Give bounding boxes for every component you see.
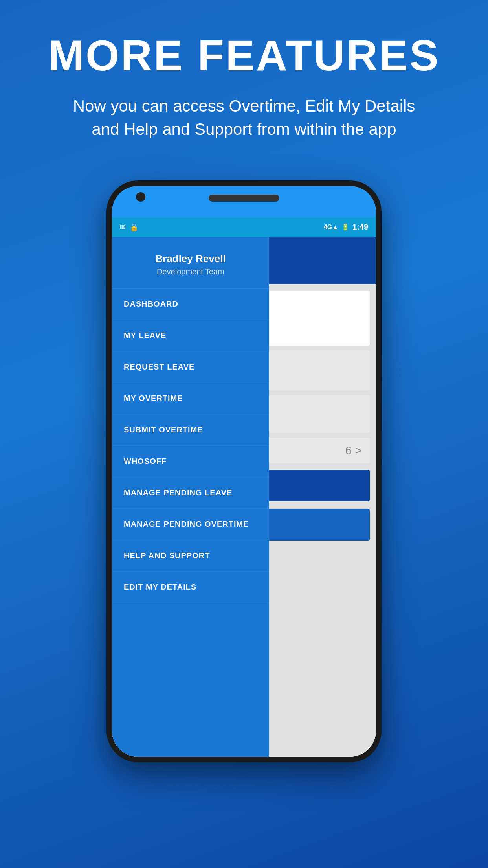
signal-icon: 4G▲ (324, 224, 338, 231)
header-section: MORE FEATURES Now you can access Overtim… (0, 0, 488, 165)
menu-item-submit-overtime[interactable]: SUBMIT OVERTIME (112, 414, 269, 446)
status-bar: ✉ 🔒 4G▲ 🔋 1:49 (112, 217, 376, 237)
menu-item-manage-pending-leave[interactable]: MANAGE PENDING LEAVE (112, 477, 269, 509)
phone-speaker (209, 195, 279, 202)
chevron-value: 6 > (345, 444, 362, 457)
main-title: MORE FEATURES (31, 31, 457, 79)
menu-item-edit-my-details[interactable]: EDIT MY DETAILS (112, 572, 269, 603)
menu-items-list: DASHBOARD MY LEAVE REQUEST LEAVE MY OVER… (112, 289, 269, 757)
user-profile: Bradley Revell Development Team (112, 237, 269, 289)
phone-container: ✉ 🔒 4G▲ 🔋 1:49 Bradley Revell Developmen… (75, 180, 413, 770)
phone-inner: ✉ 🔒 4G▲ 🔋 1:49 Bradley Revell Developmen… (112, 186, 376, 757)
phone-camera (136, 192, 145, 202)
side-menu: Bradley Revell Development Team DASHBOAR… (112, 237, 269, 757)
menu-item-my-leave[interactable]: MY LEAVE (112, 320, 269, 351)
menu-item-whosoff[interactable]: WHOSOFF (112, 446, 269, 477)
menu-item-manage-pending-overtime[interactable]: MANAGE PENDING OVERTIME (112, 509, 269, 540)
status-right: 4G▲ 🔋 1:49 (324, 223, 368, 232)
menu-item-request-leave[interactable]: REQUEST LEAVE (112, 351, 269, 383)
screen: ✉ 🔒 4G▲ 🔋 1:49 Bradley Revell Developmen… (112, 217, 376, 757)
time-display: 1:49 (352, 223, 368, 232)
user-name: Bradley Revell (124, 253, 257, 265)
subtitle: Now you can access Overtime, Edit My Det… (67, 95, 421, 141)
lock-icon: 🔒 (130, 223, 138, 232)
battery-icon: 🔋 (341, 223, 349, 231)
menu-item-help-and-support[interactable]: HELP AND SUPPORT (112, 540, 269, 572)
mail-icon: ✉ (120, 223, 126, 232)
phone-shell: ✉ 🔒 4G▲ 🔋 1:49 Bradley Revell Developmen… (106, 180, 382, 762)
menu-item-my-overtime[interactable]: MY OVERTIME (112, 383, 269, 414)
user-role: Development Team (124, 267, 257, 276)
menu-item-dashboard[interactable]: DASHBOARD (112, 289, 269, 320)
status-left: ✉ 🔒 (120, 223, 138, 232)
